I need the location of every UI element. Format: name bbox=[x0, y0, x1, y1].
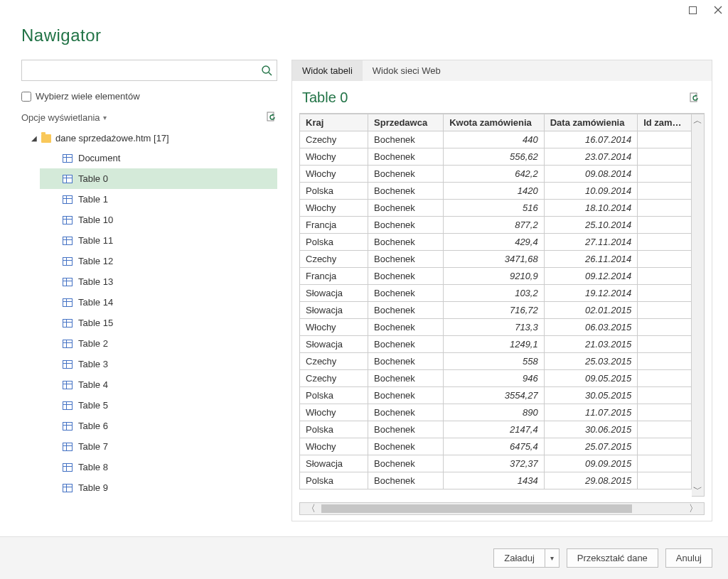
table-row[interactable]: PolskaBochenek143429.08.2015 bbox=[300, 472, 692, 489]
load-split-button[interactable]: Załaduj ▾ bbox=[493, 548, 560, 568]
display-options-dropdown[interactable]: Opcje wyświetlania ▾ bbox=[21, 112, 107, 123]
data-table: KrajSprzedawcaKwota zamówieniaData zamów… bbox=[299, 114, 692, 489]
tree-item[interactable]: Document bbox=[40, 148, 277, 168]
tree-item[interactable]: Table 11 bbox=[40, 230, 277, 251]
search-input[interactable] bbox=[26, 60, 261, 80]
cell-kwota: 556,62 bbox=[444, 148, 545, 166]
table-row[interactable]: WłochyBochenek642,209.08.2014 bbox=[300, 166, 692, 183]
horizontal-scrollbar[interactable]: 〈 〉 bbox=[299, 502, 705, 515]
cell-data: 18.10.2014 bbox=[544, 200, 637, 217]
table-row[interactable]: SłowacjaBochenek372,3709.09.2015 bbox=[300, 455, 692, 472]
cancel-button[interactable]: Anuluj bbox=[665, 548, 712, 568]
table-row[interactable]: WłochyBochenek89011.07.2015 bbox=[300, 404, 692, 421]
column-header[interactable]: Kraj bbox=[300, 114, 368, 131]
table-icon bbox=[63, 175, 73, 183]
table-row[interactable]: PolskaBochenek3554,2730.05.2015 bbox=[300, 387, 692, 404]
cell-kraj: Słowacja bbox=[300, 455, 368, 472]
table-row[interactable]: SłowacjaBochenek1249,121.03.2015 bbox=[300, 336, 692, 353]
chevron-down-icon: ▾ bbox=[103, 114, 107, 121]
tree-item[interactable]: Table 14 bbox=[40, 292, 277, 313]
tree-item[interactable]: Table 1 bbox=[40, 189, 277, 210]
multi-select-row[interactable]: Wybierz wiele elementów bbox=[21, 88, 277, 110]
scroll-thumb-h[interactable] bbox=[321, 504, 632, 513]
cell-data: 25.10.2014 bbox=[544, 217, 637, 234]
tree-item[interactable]: Table 7 bbox=[40, 436, 277, 457]
cell-kraj: Włochy bbox=[300, 166, 368, 183]
tree-root[interactable]: ◢ dane sprzedażowe.htm [17] bbox=[21, 129, 277, 148]
tree-item[interactable]: Table 12 bbox=[40, 251, 277, 271]
cell-kraj: Słowacja bbox=[300, 336, 368, 353]
table-row[interactable]: FrancjaBochenek877,225.10.2014 bbox=[300, 217, 692, 234]
tree-item-label: Table 2 bbox=[78, 338, 108, 349]
preview-title: Table 0 bbox=[302, 90, 348, 106]
scroll-up-icon[interactable]: ︿ bbox=[692, 114, 704, 127]
table-row[interactable]: WłochyBochenek713,306.03.2015 bbox=[300, 319, 692, 336]
multi-select-checkbox[interactable] bbox=[21, 92, 31, 102]
tree-item[interactable]: Table 10 bbox=[40, 210, 277, 230]
column-header[interactable]: Data zamówienia bbox=[544, 114, 637, 131]
table-row[interactable]: PolskaBochenek429,427.11.2014 bbox=[300, 234, 692, 251]
tab[interactable]: Widok sieci Web bbox=[363, 60, 451, 81]
cell-sprzedawca: Bochenek bbox=[368, 472, 444, 489]
load-button[interactable]: Załaduj bbox=[493, 548, 545, 568]
refresh-icon[interactable] bbox=[266, 112, 277, 123]
column-header[interactable]: Sprzedawca bbox=[368, 114, 444, 131]
table-row[interactable]: CzechyBochenek44016.07.2014 bbox=[300, 131, 692, 148]
tree-item[interactable]: Table 0 bbox=[40, 168, 277, 189]
svg-line-4 bbox=[269, 72, 272, 75]
table-row[interactable]: WłochyBochenek51618.10.2014 bbox=[300, 200, 692, 217]
cell-sprzedawca: Bochenek bbox=[368, 131, 444, 148]
cell-kwota: 1434 bbox=[444, 472, 545, 489]
table-row[interactable]: CzechyBochenek3471,6826.11.2014 bbox=[300, 251, 692, 268]
scroll-track-h[interactable] bbox=[321, 503, 682, 514]
cell-kraj: Włochy bbox=[300, 438, 368, 455]
tree-item[interactable]: Table 15 bbox=[40, 313, 277, 333]
tree-item[interactable]: Table 4 bbox=[40, 374, 277, 395]
table-row[interactable]: WłochyBochenek556,6223.07.2014 bbox=[300, 148, 692, 166]
scroll-right-icon[interactable]: 〉 bbox=[682, 503, 704, 514]
cell-data: 23.07.2014 bbox=[544, 148, 637, 166]
maximize-button[interactable] bbox=[687, 4, 698, 16]
cell-data: 30.05.2015 bbox=[544, 387, 637, 404]
tree-item[interactable]: Table 5 bbox=[40, 395, 277, 416]
tab[interactable]: Widok tabeli bbox=[292, 60, 363, 81]
table-icon bbox=[63, 422, 73, 431]
vertical-scrollbar[interactable]: ︿ ﹀ bbox=[692, 114, 705, 497]
preview-refresh-icon[interactable] bbox=[689, 92, 700, 104]
table-icon bbox=[63, 360, 73, 369]
table-row[interactable]: CzechyBochenek94609.05.2015 bbox=[300, 370, 692, 387]
column-header[interactable]: Id zamówien bbox=[638, 114, 692, 131]
tree-item-label: Table 6 bbox=[78, 421, 108, 431]
display-options-label: Opcje wyświetlania bbox=[21, 112, 100, 123]
table-row[interactable]: SłowacjaBochenek103,219.12.2014 bbox=[300, 285, 692, 302]
cell-sprzedawca: Bochenek bbox=[368, 319, 444, 336]
tree-item[interactable]: Table 6 bbox=[40, 416, 277, 436]
table-row[interactable]: FrancjaBochenek9210,909.12.2014 bbox=[300, 268, 692, 285]
table-row[interactable]: CzechyBochenek55825.03.2015 bbox=[300, 353, 692, 370]
transform-button[interactable]: Przekształć dane bbox=[567, 548, 658, 568]
tree-item[interactable]: Table 2 bbox=[40, 333, 277, 354]
scroll-down-icon[interactable]: ﹀ bbox=[692, 483, 704, 496]
cell-kwota: 440 bbox=[444, 131, 545, 148]
table-row[interactable]: SłowacjaBochenek716,7202.01.2015 bbox=[300, 302, 692, 319]
table-row[interactable]: PolskaBochenek142010.09.2014 bbox=[300, 183, 692, 200]
tree-item[interactable]: Table 8 bbox=[40, 457, 277, 477]
close-button[interactable] bbox=[712, 4, 724, 16]
cell-sprzedawca: Bochenek bbox=[368, 387, 444, 404]
table-row[interactable]: WłochyBochenek6475,425.07.2015 bbox=[300, 438, 692, 455]
table-icon bbox=[63, 340, 73, 348]
tree-item[interactable]: Table 13 bbox=[40, 271, 277, 292]
cell-id bbox=[638, 200, 692, 217]
search-icon[interactable] bbox=[261, 65, 272, 76]
cell-id bbox=[638, 217, 692, 234]
table-row[interactable]: PolskaBochenek2147,430.06.2015 bbox=[300, 421, 692, 438]
root-label: dane sprzedażowe.htm [17] bbox=[55, 133, 169, 144]
cell-sprzedawca: Bochenek bbox=[368, 183, 444, 200]
table-icon bbox=[63, 484, 73, 492]
load-dropdown-icon[interactable]: ▾ bbox=[545, 548, 560, 568]
scroll-left-icon[interactable]: 〈 bbox=[300, 503, 321, 514]
tree-item[interactable]: Table 9 bbox=[40, 477, 277, 498]
tree-item[interactable]: Table 3 bbox=[40, 354, 277, 374]
column-header[interactable]: Kwota zamówienia bbox=[444, 114, 545, 131]
search-box[interactable] bbox=[21, 60, 277, 81]
